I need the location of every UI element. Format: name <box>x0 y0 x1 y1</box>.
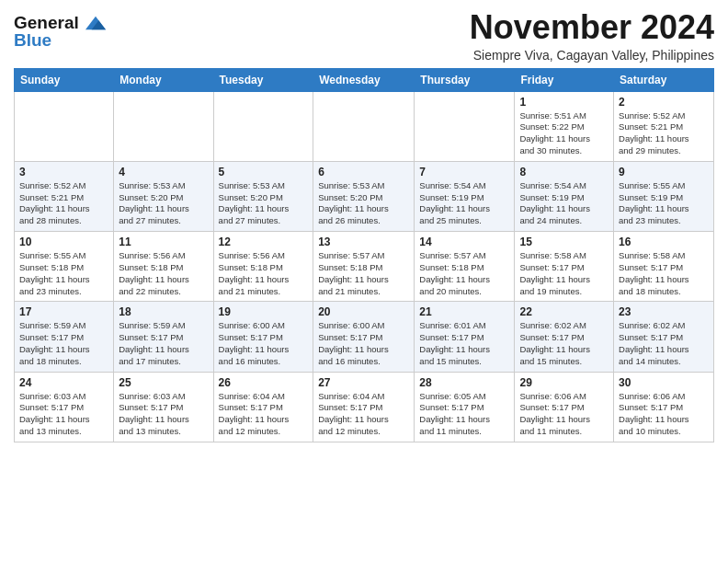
page: General Blue November 2024 Siempre Viva,… <box>0 0 728 563</box>
calendar-empty-cell <box>213 91 313 161</box>
day-info: Sunrise: 6:02 AM Sunset: 5:17 PM Dayligh… <box>519 320 609 367</box>
day-number: 14 <box>419 236 509 248</box>
day-number: 9 <box>619 166 709 178</box>
day-info: Sunrise: 6:00 AM Sunset: 5:17 PM Dayligh… <box>318 320 409 367</box>
day-info: Sunrise: 5:59 AM Sunset: 5:17 PM Dayligh… <box>119 320 208 367</box>
calendar-day-4: 4Sunrise: 5:53 AM Sunset: 5:20 PM Daylig… <box>114 161 213 231</box>
day-number: 11 <box>119 236 208 248</box>
location-subtitle: Siempre Viva, Cagayan Valley, Philippine… <box>470 48 714 63</box>
day-info: Sunrise: 5:52 AM Sunset: 5:21 PM Dayligh… <box>619 110 709 157</box>
day-info: Sunrise: 6:01 AM Sunset: 5:17 PM Dayligh… <box>419 320 509 367</box>
day-number: 24 <box>19 376 108 389</box>
calendar-day-24: 24Sunrise: 6:03 AM Sunset: 5:17 PM Dayli… <box>15 372 114 442</box>
calendar-day-17: 17Sunrise: 5:59 AM Sunset: 5:17 PM Dayli… <box>15 302 114 372</box>
calendar-week-row: 1Sunrise: 5:51 AM Sunset: 5:22 PM Daylig… <box>15 91 714 161</box>
day-info: Sunrise: 6:02 AM Sunset: 5:17 PM Dayligh… <box>619 320 709 367</box>
day-info: Sunrise: 5:55 AM Sunset: 5:19 PM Dayligh… <box>619 180 709 227</box>
calendar-day-8: 8Sunrise: 5:54 AM Sunset: 5:19 PM Daylig… <box>515 161 614 231</box>
calendar-day-10: 10Sunrise: 5:55 AM Sunset: 5:18 PM Dayli… <box>15 232 114 302</box>
day-info: Sunrise: 5:58 AM Sunset: 5:17 PM Dayligh… <box>519 250 609 297</box>
calendar-day-19: 19Sunrise: 6:00 AM Sunset: 5:17 PM Dayli… <box>213 302 313 372</box>
calendar-week-row: 10Sunrise: 5:55 AM Sunset: 5:18 PM Dayli… <box>15 232 714 302</box>
day-info: Sunrise: 5:55 AM Sunset: 5:18 PM Dayligh… <box>19 250 108 297</box>
calendar-empty-cell <box>313 91 415 161</box>
month-title: November 2024 <box>470 9 714 46</box>
day-info: Sunrise: 6:04 AM Sunset: 5:17 PM Dayligh… <box>219 391 309 438</box>
calendar-empty-cell <box>114 91 213 161</box>
logo: General Blue <box>14 13 106 51</box>
day-number: 29 <box>519 376 609 389</box>
calendar-day-28: 28Sunrise: 6:05 AM Sunset: 5:17 PM Dayli… <box>415 372 515 442</box>
calendar-day-16: 16Sunrise: 5:58 AM Sunset: 5:17 PM Dayli… <box>614 232 714 302</box>
day-number: 10 <box>19 236 108 248</box>
calendar-day-11: 11Sunrise: 5:56 AM Sunset: 5:18 PM Dayli… <box>114 232 213 302</box>
day-number: 20 <box>318 305 409 318</box>
day-number: 26 <box>219 376 309 389</box>
calendar-day-22: 22Sunrise: 6:02 AM Sunset: 5:17 PM Dayli… <box>515 302 614 372</box>
calendar-day-30: 30Sunrise: 6:06 AM Sunset: 5:17 PM Dayli… <box>614 372 714 442</box>
calendar-day-5: 5Sunrise: 5:53 AM Sunset: 5:20 PM Daylig… <box>213 161 313 231</box>
day-info: Sunrise: 5:56 AM Sunset: 5:18 PM Dayligh… <box>219 250 309 297</box>
day-number: 13 <box>318 236 409 248</box>
day-number: 18 <box>119 305 208 318</box>
calendar-table: SundayMondayTuesdayWednesdayThursdayFrid… <box>14 68 714 442</box>
calendar-day-6: 6Sunrise: 5:53 AM Sunset: 5:20 PM Daylig… <box>313 161 415 231</box>
day-number: 6 <box>318 166 409 178</box>
day-info: Sunrise: 6:03 AM Sunset: 5:17 PM Dayligh… <box>119 391 208 438</box>
day-number: 17 <box>19 305 108 318</box>
day-number: 3 <box>19 166 108 178</box>
day-info: Sunrise: 6:06 AM Sunset: 5:17 PM Dayligh… <box>519 391 609 438</box>
calendar-week-row: 24Sunrise: 6:03 AM Sunset: 5:17 PM Dayli… <box>15 372 714 442</box>
day-info: Sunrise: 5:53 AM Sunset: 5:20 PM Dayligh… <box>219 180 309 227</box>
day-number: 22 <box>519 305 609 318</box>
logo-blue: Blue <box>14 30 106 51</box>
day-info: Sunrise: 6:05 AM Sunset: 5:17 PM Dayligh… <box>419 391 509 438</box>
calendar-day-3: 3Sunrise: 5:52 AM Sunset: 5:21 PM Daylig… <box>15 161 114 231</box>
calendar-day-23: 23Sunrise: 6:02 AM Sunset: 5:17 PM Dayli… <box>614 302 714 372</box>
logo-icon <box>85 13 106 33</box>
weekday-header-thursday: Thursday <box>415 68 515 91</box>
calendar-day-15: 15Sunrise: 5:58 AM Sunset: 5:17 PM Dayli… <box>515 232 614 302</box>
calendar-day-1: 1Sunrise: 5:51 AM Sunset: 5:22 PM Daylig… <box>515 91 614 161</box>
day-number: 7 <box>419 166 509 178</box>
day-number: 12 <box>219 236 309 248</box>
calendar-day-7: 7Sunrise: 5:54 AM Sunset: 5:19 PM Daylig… <box>415 161 515 231</box>
calendar-day-25: 25Sunrise: 6:03 AM Sunset: 5:17 PM Dayli… <box>114 372 213 442</box>
day-info: Sunrise: 5:57 AM Sunset: 5:18 PM Dayligh… <box>318 250 409 297</box>
day-number: 1 <box>519 96 609 109</box>
calendar-day-9: 9Sunrise: 5:55 AM Sunset: 5:19 PM Daylig… <box>614 161 714 231</box>
day-number: 5 <box>219 166 309 178</box>
day-info: Sunrise: 5:54 AM Sunset: 5:19 PM Dayligh… <box>419 180 509 227</box>
calendar-empty-cell <box>15 91 114 161</box>
day-info: Sunrise: 5:53 AM Sunset: 5:20 PM Dayligh… <box>119 180 208 227</box>
title-block: November 2024 Siempre Viva, Cagayan Vall… <box>470 9 714 63</box>
day-info: Sunrise: 5:53 AM Sunset: 5:20 PM Dayligh… <box>318 180 409 227</box>
calendar-day-12: 12Sunrise: 5:56 AM Sunset: 5:18 PM Dayli… <box>213 232 313 302</box>
day-info: Sunrise: 5:57 AM Sunset: 5:18 PM Dayligh… <box>419 250 509 297</box>
day-info: Sunrise: 6:00 AM Sunset: 5:17 PM Dayligh… <box>219 320 309 367</box>
calendar-day-14: 14Sunrise: 5:57 AM Sunset: 5:18 PM Dayli… <box>415 232 515 302</box>
day-number: 30 <box>619 376 709 389</box>
day-number: 28 <box>419 376 509 389</box>
weekday-header-sunday: Sunday <box>15 68 114 91</box>
day-number: 16 <box>619 236 709 248</box>
day-info: Sunrise: 5:58 AM Sunset: 5:17 PM Dayligh… <box>619 250 709 297</box>
calendar-week-row: 17Sunrise: 5:59 AM Sunset: 5:17 PM Dayli… <box>15 302 714 372</box>
day-number: 4 <box>119 166 208 178</box>
calendar-header-row: SundayMondayTuesdayWednesdayThursdayFrid… <box>15 68 714 91</box>
calendar-day-29: 29Sunrise: 6:06 AM Sunset: 5:17 PM Dayli… <box>515 372 614 442</box>
weekday-header-saturday: Saturday <box>614 68 714 91</box>
day-number: 27 <box>318 376 409 389</box>
calendar-day-26: 26Sunrise: 6:04 AM Sunset: 5:17 PM Dayli… <box>213 372 313 442</box>
logo-general: General <box>14 13 79 32</box>
calendar-day-13: 13Sunrise: 5:57 AM Sunset: 5:18 PM Dayli… <box>313 232 415 302</box>
weekday-header-wednesday: Wednesday <box>313 68 415 91</box>
day-info: Sunrise: 5:56 AM Sunset: 5:18 PM Dayligh… <box>119 250 208 297</box>
calendar-day-20: 20Sunrise: 6:00 AM Sunset: 5:17 PM Dayli… <box>313 302 415 372</box>
weekday-header-tuesday: Tuesday <box>213 68 313 91</box>
day-info: Sunrise: 5:52 AM Sunset: 5:21 PM Dayligh… <box>19 180 108 227</box>
calendar-day-21: 21Sunrise: 6:01 AM Sunset: 5:17 PM Dayli… <box>415 302 515 372</box>
day-number: 19 <box>219 305 309 318</box>
day-info: Sunrise: 5:54 AM Sunset: 5:19 PM Dayligh… <box>519 180 609 227</box>
day-number: 21 <box>419 305 509 318</box>
